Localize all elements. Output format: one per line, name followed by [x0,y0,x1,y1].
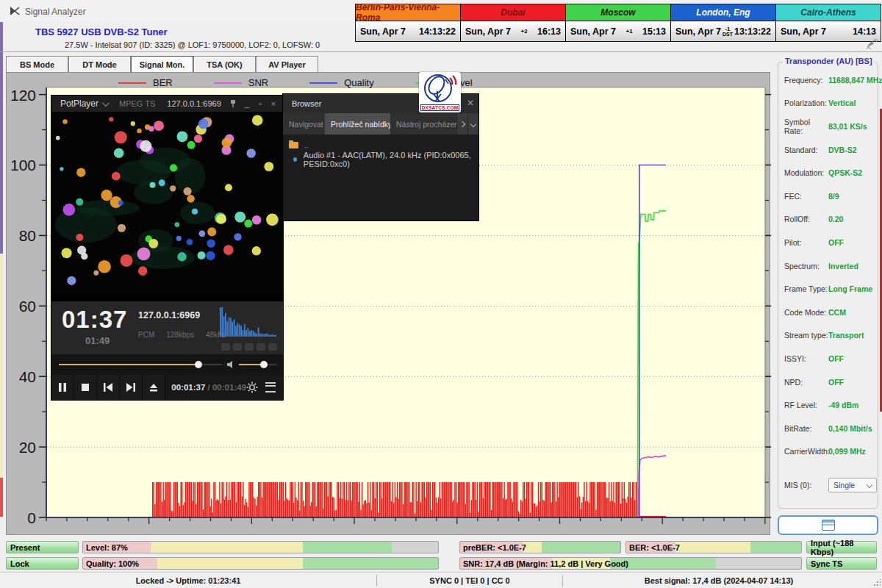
audio-track-row[interactable]: Audio #1 - AAC(LATM), 24.0 kHz (PID:0x00… [283,153,478,166]
seek-thumb[interactable] [195,361,202,368]
tab-av-player[interactable]: AV Player [256,56,318,74]
field-polarization: Polarization:Vertical [778,92,878,115]
close-icon[interactable]: ✕ [467,98,474,108]
browser-tabs: Navigovat Prohlížeč nabídky Nástroj proc… [283,113,478,135]
audio-spectrum [218,304,277,337]
tab-navigovat[interactable]: Navigovat [283,113,325,135]
separator [0,51,882,52]
field-symbol-rate: Symbol Rate:83,01 KS/s [778,115,878,138]
dish-logo-icon [419,72,461,104]
seek-row [51,354,283,375]
tab-nastroj-prochazeni[interactable]: Nástroj procházení 1 [390,113,456,135]
tab-bs-mode[interactable]: BS Mode [6,56,68,74]
potplayer-window: PotPlayer MPEG TS 127.0.0.1:6969 _ ▫ × 0… [51,96,283,400]
field-modulation: Modulation:QPSK-S2 [778,161,878,184]
previous-button[interactable] [97,375,120,400]
player-controls: 00:01:37 / 00:01:49 [51,375,283,400]
field-npd: NPD:OFF [778,370,878,394]
field-rolloff: RollOff:0.20 [778,208,878,232]
satellite-info: 27.5W - Intelsat 907 (ID: 3325) @ LOF1: … [65,40,320,49]
svg-text:0: 0 [27,509,36,526]
satellite-icon [864,38,879,50]
seek-bar[interactable] [59,364,223,365]
player-mini-buttons[interactable] [221,343,277,351]
volume-slider[interactable] [239,364,277,365]
field-spectrum: Spectrum:Inverted [778,254,878,278]
settings-gear-icon[interactable] [246,381,258,393]
logo-caption: DXSATCS.COM [420,104,459,111]
mode-tabs: BS Mode DT Mode Signal Mon. TSA (OK) AV … [6,56,318,74]
transponder-panel: Transponder (AU) [BS] Frequency:11688,84… [778,62,878,509]
browser-window: Browser — ✕ Navigovat Prohlížeč nabídky … [283,94,478,220]
transponder-panel-title: Transponder (AU) [BS] [783,57,875,65]
field-rf-level: RF Level:-49 dBm [778,393,878,417]
audio-meta: PCM 128kbps 48khz [138,331,226,339]
pin-icon[interactable] [229,99,237,108]
video-area[interactable] [51,112,283,294]
tab-scroll-right-button[interactable] [456,113,467,135]
folder-up-row[interactable]: .. [283,138,478,151]
lock-indicator: Lock [6,557,79,570]
field-issyi: ISSYI:OFF [778,347,878,370]
signal-analyzer-window: Signal Analyzer Berlin-Paris-Vienna-Roma… [0,0,882,588]
app-icon [9,5,21,17]
level-progressbar: Level: 87% [82,541,439,553]
input-indicator: Input (~188 Kbps) [806,541,877,553]
clock-time-berlin: Sun, Apr 7 14:13:22 [356,21,460,41]
sync-counters-status: SYNC 0 | TEI 0 | CC 0 [377,573,562,588]
tab-dt-mode[interactable]: DT Mode [68,56,131,74]
screen-edge-artifact [0,478,3,517]
ber-progressbar: BER: <1.0E-7 [625,541,802,553]
field-fec: FEC:8/9 [778,184,878,208]
svg-text:40: 40 [19,368,36,385]
mis-dropdown[interactable]: Single [828,478,877,492]
pause-button[interactable] [51,375,74,400]
stream-source-label: 127.0.0.1:6969 [167,99,220,108]
stream-capture-button[interactable] [778,515,878,535]
minimize-icon[interactable]: _ [241,98,253,109]
playlist-menu-icon[interactable] [265,382,276,392]
field-carrierwidth: CarrierWidth:0,099 MHz [778,440,878,464]
sync-ts-indicator: Sync TS [806,557,877,570]
clock-city-cairo: Cairo-Athens [776,4,881,21]
field-frame-type: Frame Type:Long Frame [778,277,878,301]
volume-thumb[interactable] [260,361,268,368]
potplayer-menu[interactable]: PotPlayer [60,98,98,109]
world-clocks: Berlin-Paris-Vienna-Roma Dubai Moscow Lo… [355,4,881,42]
snr-line-swatch [214,82,242,84]
clock-time-moscow: Sun, Apr 7 +1 15:13 [566,21,670,41]
volume-icon[interactable] [226,360,235,369]
svg-text:20: 20 [19,439,36,456]
next-button[interactable] [120,375,143,400]
present-indicator: Present [6,541,79,553]
uptime-status: Locked -> Uptime: 01:23:41 [0,573,376,588]
svg-text:120: 120 [10,87,36,104]
stop-button[interactable] [74,375,97,400]
potplayer-titlebar[interactable]: PotPlayer MPEG TS 127.0.0.1:6969 _ ▫ × [51,96,283,112]
preber-progressbar: preBER: <1.0E-7 [459,541,621,553]
ber-line-swatch [118,82,146,84]
tab-tsa[interactable]: TSA (OK) [193,56,256,74]
tab-signal-mon[interactable]: Signal Mon. [131,56,193,74]
tab-prohlizec-nabidky[interactable]: Prohlížeč nabídky [325,113,390,135]
stream-format-label: MPEG TS [119,99,155,108]
resize-grip[interactable] [873,579,881,587]
svg-text:60: 60 [19,298,36,315]
device-title: TBS 5927 USB DVB-S2 Tuner [35,26,168,37]
field-standard: Standard:DVB-S2 [778,138,878,162]
player-info-panel: 01:37 01:49 127.0.0.1:6969 PCM 128kbps 4… [51,301,283,354]
close-icon[interactable]: × [268,98,279,109]
field-stream-type: Stream type:Transport [778,324,878,348]
clock-city-berlin: Berlin-Paris-Vienna-Roma [356,4,460,21]
maximize-icon[interactable]: ▫ [254,98,266,109]
legend-ber: BER [118,77,173,88]
quality-line-swatch [309,82,337,84]
eject-button[interactable] [143,375,165,400]
drive-icon [822,520,835,531]
status-bar: Locked -> Uptime: 01:23:41 SYNC 0 | TEI … [0,572,882,588]
chevron-down-icon [867,482,872,488]
clock-city-london: London, Eng [671,4,775,21]
tab-dropdown-button[interactable] [467,113,478,135]
clock-time-dubai: Sun, Apr 7 +2 16:13 [461,21,565,41]
screen-edge-artifact [0,3,3,254]
